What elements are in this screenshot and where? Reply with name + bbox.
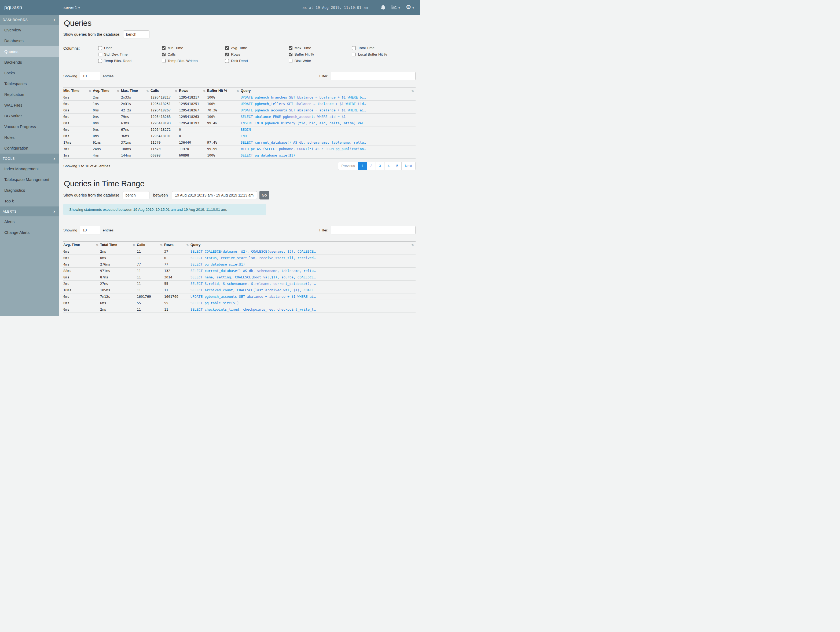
query-link[interactable]: INSERT INTO pgbench_history (tid, bid, a… [241,120,415,127]
column-checkbox[interactable]: Calls [162,52,225,56]
sidebar-item[interactable]: Replication [0,89,59,100]
column-checkbox[interactable]: Max. Time [289,46,352,50]
column-header[interactable]: Rows [164,242,191,248]
sidebar-item[interactable]: Top k [0,196,59,206]
query-link[interactable]: SELECT S.relid, S.schemaname, S.relname,… [191,280,415,287]
sidebar-item[interactable]: Locks [0,68,59,78]
previous-page-button[interactable]: Previous [338,162,359,170]
checkbox[interactable] [98,52,102,56]
query-link[interactable]: SELECT pg_database_size($1) [191,261,415,268]
filter-input[interactable] [331,226,415,234]
column-checkbox[interactable]: Std. Dev. Time [98,52,162,56]
checkbox[interactable] [98,46,102,50]
column-checkbox[interactable]: Min. Time [162,46,225,50]
page-number-button[interactable]: 2 [367,162,376,170]
sort-icon[interactable] [147,89,149,93]
query-link[interactable]: SELECT current_database() AS db, scheman… [191,268,415,274]
query-link[interactable]: SELECT status, receive_start_lsn, receiv… [191,255,415,261]
column-header[interactable]: Avg. Time [63,242,100,248]
entries-count-input[interactable] [80,226,100,234]
column-header[interactable]: Min. Time [63,87,93,94]
page-number-button[interactable]: 1 [358,162,367,170]
settings-gear-menu[interactable] [406,5,414,10]
sort-icon[interactable] [186,243,189,247]
sidebar-item[interactable]: Databases [0,35,59,46]
sort-icon[interactable] [89,89,91,93]
query-link[interactable]: SELECT COALESCE(datname, $2), COALESCE(u… [191,248,415,255]
column-header[interactable]: Calls [137,242,164,248]
query-link[interactable]: END [241,133,415,139]
sidebar-section-alerts[interactable]: ALERTS [0,206,59,216]
query-link[interactable]: SELECT current_database() AS db, scheman… [241,139,415,146]
column-checkbox[interactable]: User [98,46,162,50]
query-link[interactable]: BEGIN [241,127,415,133]
charts-menu-button[interactable] [392,5,400,10]
column-header[interactable]: Max. Time [121,87,150,94]
query-link[interactable]: UPDATE pgbench_accounts SET abalance = a… [241,107,415,114]
sidebar-item[interactable]: Alerts [0,216,59,227]
column-header[interactable]: Buffer Hit % [207,87,241,94]
notifications-bell-icon[interactable] [381,5,385,10]
filter-input[interactable] [331,72,415,80]
column-checkbox[interactable]: Buffer Hit % [289,52,352,56]
sidebar-item[interactable]: Tablespace Management [0,174,59,185]
sidebar-item[interactable]: Diagnostics [0,185,59,196]
checkbox[interactable] [289,52,292,56]
query-link[interactable]: SELECT pg_table_size($1) [191,300,415,306]
query-link[interactable]: SELECT name, setting, COALESCE(boot_val,… [191,274,415,280]
column-header[interactable]: Rows [179,87,207,94]
query-link[interactable]: WITH pc AS (SELECT pubname, COUNT(*) AS … [241,146,415,152]
server-selector[interactable]: server1 [63,5,80,10]
sidebar-section-dashboards[interactable]: DASHBOARDS [0,15,59,25]
page-number-button[interactable]: 3 [376,162,384,170]
sidebar-item[interactable]: Roles [0,132,59,143]
sort-icon[interactable] [117,89,119,93]
checkbox[interactable] [289,46,292,50]
column-checkbox[interactable]: Disk Read [225,59,289,63]
query-link[interactable]: SELECT archived_count, COALESCE(last_arc… [191,287,415,293]
database-input[interactable] [123,191,150,199]
page-number-button[interactable]: 4 [384,162,393,170]
page-number-button[interactable]: 5 [393,162,402,170]
column-header[interactable]: Query [191,242,415,248]
checkbox[interactable] [225,46,229,50]
checkbox[interactable] [162,52,166,56]
sort-icon[interactable] [237,89,239,93]
checkbox[interactable] [225,52,229,56]
column-header[interactable]: Query [241,87,415,94]
app-logo[interactable]: pgDash [0,5,59,11]
query-link[interactable]: SELECT checkpoints_timed, checkpoints_re… [191,306,415,313]
sidebar-item[interactable]: Change Alerts [0,227,59,238]
query-link[interactable]: SELECT abalance FROM pgbench_accounts WH… [241,114,415,120]
sidebar-section-tools[interactable]: TOOLS [0,154,59,163]
go-button[interactable]: Go [259,191,269,200]
column-checkbox[interactable]: Temp Blks. Read [98,59,162,63]
column-checkbox[interactable]: Avg. Time [225,46,289,50]
checkbox[interactable] [98,59,102,63]
sort-icon[interactable] [96,243,98,247]
sidebar-item[interactable]: Vacuum Progress [0,121,59,132]
sort-icon[interactable] [175,89,177,93]
query-link[interactable]: SELECT pg_database_size($1) [241,152,415,159]
checkbox[interactable] [162,59,166,63]
sidebar-item[interactable]: Configuration [0,143,59,154]
database-input[interactable] [123,30,150,38]
sidebar-item[interactable]: Overview [0,25,59,35]
sort-icon[interactable] [160,243,163,247]
checkbox[interactable] [352,46,356,50]
sidebar-item[interactable]: BG Writer [0,111,59,121]
column-header[interactable]: Total Time [100,242,137,248]
checkbox[interactable] [289,59,292,63]
checkbox[interactable] [162,46,166,50]
sort-icon[interactable] [203,89,205,93]
sidebar-item[interactable]: Backends [0,57,59,68]
sidebar-item[interactable]: Tablespaces [0,78,59,89]
sidebar-item[interactable]: Index Management [0,163,59,174]
query-link[interactable]: UPDATE pgbench_branches SET bbalance = b… [241,94,415,101]
checkbox[interactable] [225,59,229,63]
column-checkbox[interactable]: Rows [225,52,289,56]
sort-icon[interactable] [412,243,414,247]
column-checkbox[interactable]: Local Buffer Hit % [352,52,415,56]
query-link[interactable]: UPDATE pgbench_accounts SET abalance = a… [191,293,415,300]
column-header[interactable]: Calls [150,87,179,94]
